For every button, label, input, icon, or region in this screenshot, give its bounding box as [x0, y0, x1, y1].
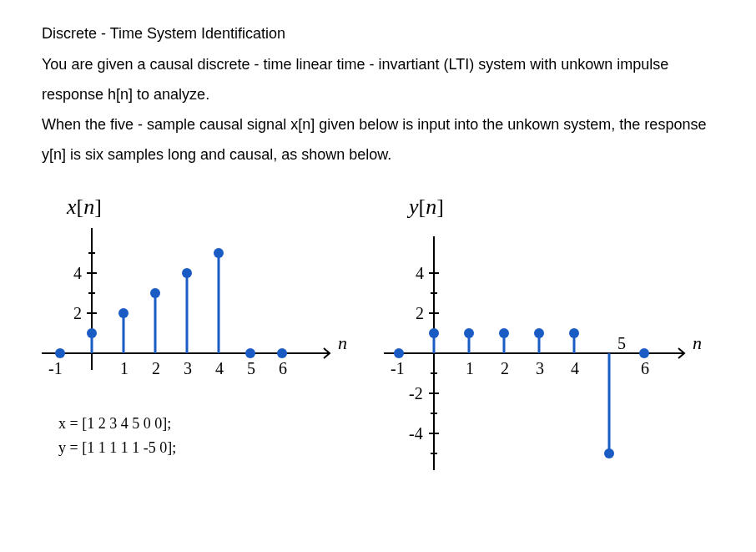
- right-var: y: [409, 195, 419, 219]
- stem-dot: [277, 348, 287, 358]
- y-tick-4-label: 4: [73, 264, 82, 282]
- stem-dot: [245, 348, 255, 358]
- right-index: n: [426, 195, 436, 219]
- right-plot-column: y[n] 2 4 -2 -4 1 2 3 4: [384, 195, 718, 479]
- x-tick-1: 1: [120, 359, 129, 377]
- left-stem-plot: 2 4 1 2 3 4 5 6 -1 n: [42, 228, 359, 387]
- y-tick-n2-label: -2: [409, 384, 423, 403]
- right-plot-title: y[n]: [409, 195, 718, 220]
- page-title: Discrete - Time System Identification: [42, 25, 714, 43]
- left-index: n: [83, 195, 94, 219]
- y-tick-2-label: 2: [73, 304, 82, 322]
- x-array-line: x = [1 2 3 4 5 0 0];: [58, 412, 359, 436]
- stem-dot: [639, 348, 649, 358]
- x-tick-2: 2: [152, 359, 160, 377]
- x-tick-3: 3: [536, 359, 544, 377]
- left-var: x: [67, 195, 77, 219]
- stem-dot: [118, 308, 129, 318]
- stem-dot: [87, 328, 97, 338]
- plots-row: x[n] 2 4 1 2 3 4 5 6 -1: [42, 195, 714, 479]
- x-tick-6: 6: [641, 359, 649, 377]
- y-tick-4-label: 4: [416, 264, 424, 282]
- stem-dot: [182, 268, 192, 278]
- x-tick-2: 2: [501, 359, 509, 377]
- stem-dot: [569, 328, 579, 338]
- left-bracket-close: ]: [94, 195, 102, 219]
- x-tick-5: 5: [247, 359, 255, 377]
- right-bracket-close: ]: [436, 195, 444, 219]
- stem-dot: [464, 328, 474, 338]
- stem-dot: [499, 328, 509, 338]
- right-stem-plot: 2 4 -2 -4 1 2 3 4 5 6 -1 n: [384, 228, 718, 479]
- x-tick-neg1: -1: [48, 359, 63, 377]
- x-tick-3: 3: [184, 359, 192, 377]
- paragraph-1: You are given a causal discrete - time l…: [42, 49, 714, 109]
- stem-dot: [534, 328, 544, 338]
- left-bracket-open: [: [77, 195, 84, 219]
- x-tick-1: 1: [466, 359, 474, 377]
- left-plot-title: x[n]: [67, 195, 359, 220]
- x-tick-6: 6: [279, 359, 287, 377]
- y-array-line: y = [1 1 1 1 1 -5 0];: [58, 436, 359, 460]
- x-axis-label: n: [693, 332, 702, 353]
- stem-dot: [394, 348, 404, 358]
- x-tick-4: 4: [571, 359, 579, 377]
- paragraph-2: When the five - sample causal signal x[n…: [42, 109, 714, 170]
- y-tick-n4-label: -4: [409, 424, 423, 443]
- array-literals: x = [1 2 3 4 5 0 0]; y = [1 1 1 1 1 -5 0…: [58, 412, 359, 460]
- right-bracket-open: [: [419, 195, 426, 219]
- x-tick-neg1: -1: [391, 359, 405, 377]
- stem-dot: [55, 348, 65, 358]
- stem-dot: [150, 288, 160, 298]
- x-tick-4: 4: [215, 359, 224, 377]
- stem-dot: [214, 248, 224, 258]
- x-tick-5: 5: [617, 334, 626, 352]
- x-axis-label: n: [338, 332, 347, 353]
- y-tick-2-label: 2: [416, 304, 424, 322]
- stem-dot: [604, 448, 614, 458]
- stem-dot: [429, 328, 439, 338]
- left-plot-column: x[n] 2 4 1 2 3 4 5 6 -1: [42, 195, 359, 479]
